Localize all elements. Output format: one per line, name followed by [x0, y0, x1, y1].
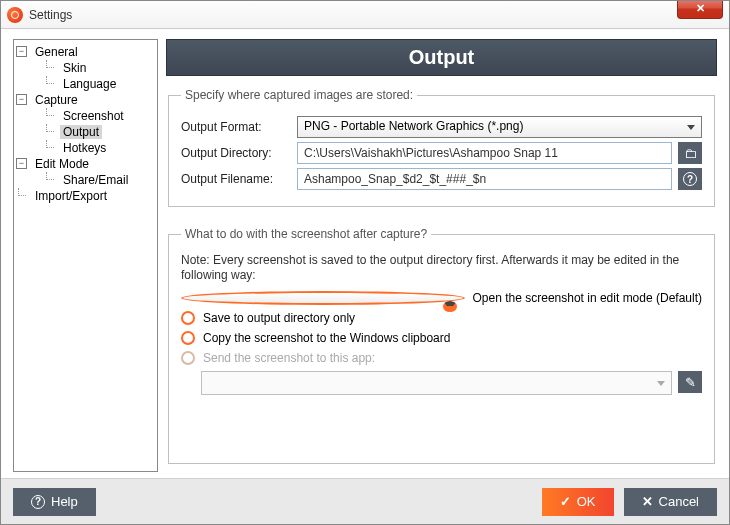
tree-item-output[interactable]: Output [60, 125, 102, 139]
footer: ? Help OK Cancel [1, 478, 729, 524]
edit-app-button[interactable] [678, 371, 702, 393]
storage-legend: Specify where captured images are stored… [181, 88, 417, 102]
tree-toggle-capture[interactable]: − [16, 94, 27, 105]
radio-open-edit[interactable]: Open the screenshot in edit mode (Defaul… [181, 291, 702, 305]
output-filename-label: Output Filename: [181, 172, 291, 186]
close-icon: ✕ [696, 2, 705, 15]
cancel-button[interactable]: Cancel [624, 488, 717, 516]
after-note: Note: Every screenshot is saved to the o… [181, 253, 702, 283]
ok-button-label: OK [577, 494, 596, 509]
tree-item-general[interactable]: General [32, 45, 81, 59]
after-legend: What to do with the screenshot after cap… [181, 227, 431, 241]
app-icon [7, 7, 23, 23]
help-button[interactable]: ? Help [13, 488, 96, 516]
question-icon: ? [683, 172, 697, 186]
tree-item-skin[interactable]: Skin [60, 61, 89, 75]
radio-send-app-label: Send the screenshot to this app: [203, 351, 375, 365]
tree-item-language[interactable]: Language [60, 77, 119, 91]
help-button-label: Help [51, 494, 78, 509]
page-title: Output [166, 39, 717, 76]
radio-copy-clipboard[interactable]: Copy the screenshot to the Windows clipb… [181, 331, 702, 345]
ok-button[interactable]: OK [542, 488, 614, 516]
browse-directory-button[interactable]: 🗀 [678, 142, 702, 164]
output-filename-field[interactable] [297, 168, 672, 190]
cancel-button-label: Cancel [659, 494, 699, 509]
tree-item-import-export[interactable]: Import/Export [32, 189, 110, 203]
radio-save-only-label: Save to output directory only [203, 311, 355, 325]
after-capture-group: What to do with the screenshot after cap… [168, 227, 715, 464]
storage-group: Specify where captured images are stored… [168, 88, 715, 207]
pencil-icon [685, 375, 696, 390]
radio-mark-icon [181, 291, 465, 305]
radio-mark-icon [181, 351, 195, 365]
tree-toggle-editmode[interactable]: − [16, 158, 27, 169]
tree-item-screenshot[interactable]: Screenshot [60, 109, 127, 123]
filename-help-button[interactable]: ? [678, 168, 702, 190]
check-icon [560, 494, 571, 509]
titlebar: Settings ✕ [1, 1, 729, 29]
main-area: − General Skin Language − Capture Screen… [1, 29, 729, 478]
output-directory-field[interactable] [297, 142, 672, 164]
tree-toggle-general[interactable]: − [16, 46, 27, 57]
radio-copy-clipboard-label: Copy the screenshot to the Windows clipb… [203, 331, 450, 345]
help-icon: ? [31, 495, 45, 509]
tree-item-capture[interactable]: Capture [32, 93, 81, 107]
tree-item-editmode[interactable]: Edit Mode [32, 157, 92, 171]
folder-icon: 🗀 [684, 147, 697, 160]
content-panel: Output Specify where captured images are… [166, 39, 717, 472]
output-format-value: PNG - Portable Network Graphics (*.png) [304, 119, 523, 133]
radio-mark-icon [181, 331, 195, 345]
x-icon [642, 494, 653, 509]
output-format-label: Output Format: [181, 120, 291, 134]
radio-send-app: Send the screenshot to this app: [181, 351, 702, 365]
send-to-app-select [201, 371, 672, 395]
settings-tree: − General Skin Language − Capture Screen… [13, 39, 158, 472]
radio-open-edit-label: Open the screenshot in edit mode (Defaul… [473, 291, 702, 305]
tree-item-share[interactable]: Share/Email [60, 173, 131, 187]
close-button[interactable]: ✕ [677, 0, 723, 19]
tree-item-hotkeys[interactable]: Hotkeys [60, 141, 109, 155]
radio-mark-icon [181, 311, 195, 325]
radio-save-only[interactable]: Save to output directory only [181, 311, 702, 325]
output-format-select[interactable]: PNG - Portable Network Graphics (*.png) [297, 116, 702, 138]
output-directory-label: Output Directory: [181, 146, 291, 160]
window-title: Settings [29, 8, 72, 22]
